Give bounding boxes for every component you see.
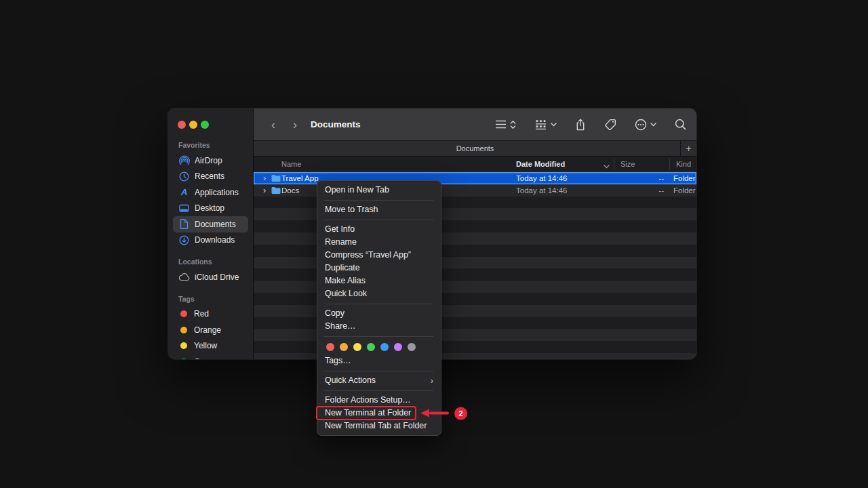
applications-icon: A xyxy=(178,186,190,198)
sidebar-item-tag-green[interactable]: Green xyxy=(173,354,248,359)
window-title: Documents xyxy=(311,119,361,129)
tag-icon[interactable] xyxy=(604,119,616,130)
file-size: -- xyxy=(633,174,664,182)
sidebar-item-label: Green xyxy=(194,357,216,359)
sidebar-item-desktop[interactable]: Desktop xyxy=(173,201,248,217)
column-header-size[interactable]: Size xyxy=(620,157,635,171)
back-button[interactable]: ‹ xyxy=(267,119,279,131)
sidebar-item-documents[interactable]: Documents xyxy=(173,216,248,232)
file-kind: Folder xyxy=(673,174,696,182)
sidebar: Favorites AirDrop Recents A Applications xyxy=(168,108,254,359)
sidebar-item-label: Downloads xyxy=(195,235,235,245)
column-header-kind[interactable]: Kind xyxy=(676,157,691,171)
menu-item-tags[interactable]: Tags… xyxy=(317,354,441,367)
sort-chevrons-icon xyxy=(510,120,516,129)
tag-color-row xyxy=(317,340,441,354)
menu-item-folder-actions-setup[interactable]: Folder Actions Setup… xyxy=(317,394,441,407)
sidebar-item-label: Recents xyxy=(195,171,224,181)
tag-blue-swatch[interactable] xyxy=(380,343,389,351)
menu-separator xyxy=(324,304,433,304)
annotation-arrow: 2 xyxy=(420,407,467,420)
airdrop-icon xyxy=(178,155,190,166)
group-button[interactable] xyxy=(534,119,557,129)
menu-item-make-alias[interactable]: Make Alias xyxy=(317,274,441,287)
menu-item-share[interactable]: Share… xyxy=(317,320,441,333)
menu-item-duplicate[interactable]: Duplicate xyxy=(317,262,441,274)
menu-item-new-terminal-tab-at-folder[interactable]: New Terminal Tab at Folder xyxy=(317,420,441,432)
sidebar-item-label: Desktop xyxy=(195,203,224,213)
column-divider xyxy=(614,159,614,169)
toolbar: ‹ › Documents xyxy=(254,108,696,141)
sort-direction-icon xyxy=(604,162,610,170)
menu-item-new-terminal-at-folder[interactable]: New Terminal at Folder 2 xyxy=(317,407,441,420)
close-window-button[interactable] xyxy=(178,121,186,129)
file-name: Travel App xyxy=(281,174,319,182)
search-icon[interactable] xyxy=(675,119,686,130)
sidebar-item-airdrop[interactable]: AirDrop xyxy=(173,152,248,169)
clock-icon xyxy=(178,171,190,182)
sidebar-item-label: Yellow xyxy=(194,341,217,350)
sidebar-item-tag-orange[interactable]: Orange xyxy=(173,322,248,338)
orange-tag-icon xyxy=(180,327,187,333)
menu-item-copy[interactable]: Copy xyxy=(317,307,441,320)
tag-green-swatch[interactable] xyxy=(367,343,375,351)
tab-bar: Documents + xyxy=(254,141,696,157)
menu-item-open-in-new-tab[interactable]: Open in New Tab xyxy=(317,184,441,197)
tag-gray-swatch[interactable] xyxy=(408,343,416,351)
tag-purple-swatch[interactable] xyxy=(394,343,402,351)
step-number-badge: 2 xyxy=(454,407,467,420)
tab-documents[interactable]: Documents xyxy=(456,144,494,152)
column-header-date-modified[interactable]: Date Modified xyxy=(516,157,565,171)
column-headers: Name Date Modified Size Kind xyxy=(254,157,696,172)
tag-orange-swatch[interactable] xyxy=(340,343,348,351)
sidebar-item-tag-yellow[interactable]: Yellow xyxy=(173,338,248,354)
sidebar-item-icloud-drive[interactable]: iCloud Drive xyxy=(173,269,248,285)
menu-separator xyxy=(324,200,433,201)
yellow-tag-icon xyxy=(180,342,187,349)
sidebar-item-label: Documents xyxy=(195,220,236,229)
view-options-button[interactable] xyxy=(495,120,516,129)
sidebar-item-label: Applications xyxy=(195,188,239,197)
menu-item-quick-look[interactable]: Quick Look xyxy=(317,287,441,300)
tag-yellow-swatch[interactable] xyxy=(353,343,361,351)
disclosure-chevron-icon[interactable]: › xyxy=(263,186,266,195)
chevron-down-icon xyxy=(551,123,557,127)
sidebar-item-label: iCloud Drive xyxy=(195,272,239,282)
menu-separator xyxy=(324,220,433,220)
minimize-window-button[interactable] xyxy=(189,121,197,129)
disclosure-chevron-icon[interactable]: › xyxy=(263,174,266,182)
group-icon xyxy=(534,119,547,129)
new-tab-button[interactable]: + xyxy=(680,141,696,156)
menu-separator xyxy=(324,371,433,371)
arrow-left-icon xyxy=(420,409,429,418)
menu-separator xyxy=(324,390,433,391)
window-controls xyxy=(168,108,253,129)
tag-red-swatch[interactable] xyxy=(326,343,334,351)
green-tag-icon xyxy=(180,359,187,359)
more-actions-button[interactable] xyxy=(635,119,656,131)
menu-item-move-to-trash[interactable]: Move to Trash xyxy=(317,203,441,216)
zoom-window-button[interactable] xyxy=(201,121,209,129)
menu-separator xyxy=(324,336,433,337)
menu-item-quick-actions[interactable]: Quick Actions › xyxy=(317,374,441,387)
chevron-down-icon xyxy=(650,123,656,127)
share-icon[interactable] xyxy=(575,119,586,131)
column-divider xyxy=(669,159,670,169)
context-menu: Open in New Tab Move to Trash Get Info R… xyxy=(317,180,441,436)
sidebar-item-applications[interactable]: A Applications xyxy=(173,184,248,201)
folder-icon xyxy=(271,174,281,182)
sidebar-item-downloads[interactable]: Downloads xyxy=(173,232,248,249)
sidebar-item-label: Red xyxy=(194,309,209,319)
document-icon xyxy=(178,218,190,230)
column-header-name[interactable]: Name xyxy=(281,157,301,171)
list-view-icon xyxy=(495,120,507,129)
file-date-modified: Today at 14:46 xyxy=(516,174,567,182)
sidebar-item-recents[interactable]: Recents xyxy=(173,169,248,185)
file-name: Docs xyxy=(281,186,299,195)
menu-item-compress[interactable]: Compress “Travel App” xyxy=(317,249,441,262)
sidebar-item-tag-red[interactable]: Red xyxy=(173,306,248,323)
folder-icon xyxy=(271,186,281,194)
menu-item-rename[interactable]: Rename xyxy=(317,236,441,249)
menu-item-get-info[interactable]: Get Info xyxy=(317,223,441,236)
forward-button[interactable]: › xyxy=(289,119,301,131)
